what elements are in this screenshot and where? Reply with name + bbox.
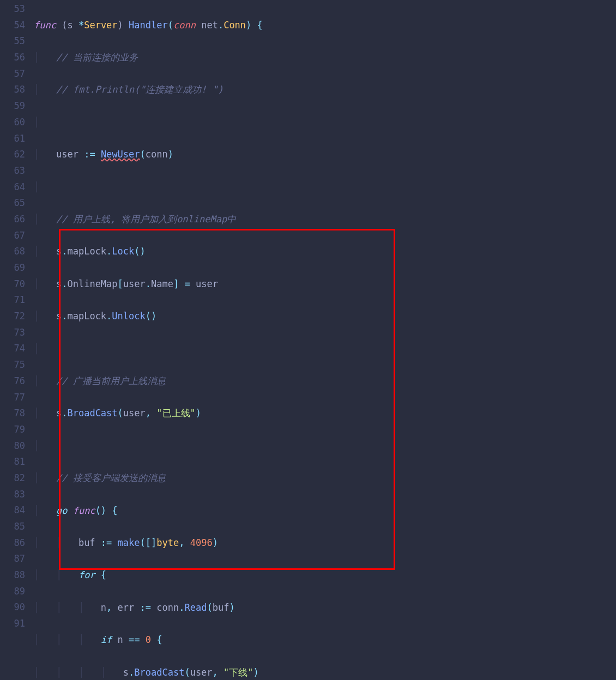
code-line[interactable]: │ s.mapLock.Unlock() bbox=[34, 308, 616, 325]
line-number: 68 bbox=[0, 244, 25, 260]
line-number: 79 bbox=[0, 422, 25, 438]
line-number: 55 bbox=[0, 33, 25, 50]
code-line[interactable]: │ // 用户上线, 将用户加入到onlineMap中 bbox=[34, 211, 616, 228]
code-line[interactable]: │ go func() { bbox=[34, 503, 616, 519]
line-number: 69 bbox=[0, 260, 25, 276]
line-number: 62 bbox=[0, 147, 25, 163]
code-line[interactable]: │ │ for { bbox=[34, 567, 616, 584]
line-number: 85 bbox=[0, 519, 25, 535]
line-number: 66 bbox=[0, 211, 25, 228]
code-line[interactable]: │ │ │ if n == 0 { bbox=[34, 632, 616, 648]
line-number-gutter: 53 54 55 56 57 58 59 60 61 62 63 64 65 6… bbox=[0, 0, 34, 680]
code-line[interactable]: func (s *Server) Handler(conn net.Conn) … bbox=[34, 17, 616, 34]
line-number: 90 bbox=[0, 599, 25, 616]
line-number: 86 bbox=[0, 535, 25, 551]
code-line[interactable]: │ s.mapLock.Lock() bbox=[34, 244, 616, 260]
line-number: 76 bbox=[0, 373, 25, 390]
code-line[interactable]: │ │ buf := make([]byte, 4096) bbox=[34, 535, 616, 551]
line-number: 83 bbox=[0, 487, 25, 503]
line-number: 58 bbox=[0, 82, 25, 98]
line-number: 82 bbox=[0, 470, 25, 487]
line-number: 65 bbox=[0, 195, 25, 211]
line-number: 61 bbox=[0, 131, 25, 147]
line-number: 74 bbox=[0, 341, 25, 357]
line-number: 70 bbox=[0, 276, 25, 293]
code-line[interactable]: │ s.OnlineMap[user.Name] = user bbox=[34, 276, 616, 293]
line-number: 88 bbox=[0, 567, 25, 584]
line-number: 53 bbox=[0, 1, 25, 17]
line-number: 77 bbox=[0, 390, 25, 406]
code-line[interactable]: │ │ │ n, err := conn.Read(buf) bbox=[34, 600, 616, 616]
line-number: 87 bbox=[0, 551, 25, 567]
line-number: 78 bbox=[0, 405, 25, 422]
line-number: 75 bbox=[0, 357, 25, 373]
code-line[interactable]: │ // fmt.Println("连接建立成功! ") bbox=[34, 82, 616, 98]
line-number: 54 bbox=[0, 17, 25, 34]
line-number: 72 bbox=[0, 308, 25, 325]
line-number: 56 bbox=[0, 50, 25, 66]
code-line[interactable]: │ // 当前连接的业务 bbox=[34, 50, 616, 66]
line-number: 60 bbox=[0, 114, 25, 131]
line-number: 73 bbox=[0, 325, 25, 341]
code-line[interactable]: │ user := NewUser(conn) bbox=[34, 147, 616, 163]
line-number: 64 bbox=[0, 179, 25, 196]
code-line[interactable]: │ bbox=[34, 179, 616, 196]
code-editor[interactable]: 53 54 55 56 57 58 59 60 61 62 63 64 65 6… bbox=[0, 0, 616, 680]
line-number: 71 bbox=[0, 292, 25, 308]
line-number: 89 bbox=[0, 584, 25, 600]
line-number: 84 bbox=[0, 502, 25, 519]
code-line[interactable]: │ // 接受客户端发送的消息 bbox=[34, 470, 616, 487]
code-line[interactable]: │ // 广播当前用户上线消息 bbox=[34, 373, 616, 390]
line-number: 59 bbox=[0, 98, 25, 114]
line-number: 67 bbox=[0, 228, 25, 244]
line-number: 81 bbox=[0, 454, 25, 470]
line-number: 80 bbox=[0, 438, 25, 454]
code-line[interactable]: │ bbox=[34, 114, 616, 131]
code-line[interactable]: │ │ │ │ s.BroadCast(user, "下线") bbox=[34, 665, 616, 680]
code-area[interactable]: func (s *Server) Handler(conn net.Conn) … bbox=[34, 0, 616, 680]
line-number: 91 bbox=[0, 616, 25, 632]
code-line[interactable]: │ s.BroadCast(user, "已上线") bbox=[34, 405, 616, 422]
code-line[interactable]: │ bbox=[34, 438, 616, 454]
code-line[interactable]: │ bbox=[34, 341, 616, 357]
line-number: 57 bbox=[0, 66, 25, 82]
line-number: 63 bbox=[0, 163, 25, 179]
